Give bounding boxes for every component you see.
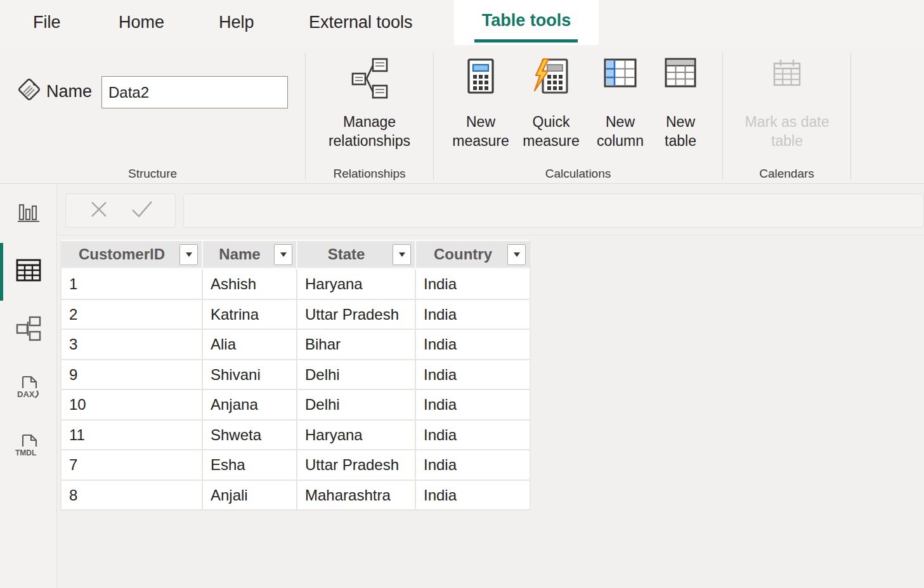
column-header-state[interactable]: State — [297, 241, 416, 268]
column-header-name[interactable]: Name — [203, 241, 297, 268]
cancel-button[interactable] — [88, 201, 110, 220]
table-cell[interactable]: India — [416, 330, 530, 359]
table-name-input[interactable] — [101, 76, 288, 108]
table-cell[interactable]: Haryana — [297, 421, 416, 450]
new-column-button[interactable]: New column — [587, 54, 653, 165]
table-name-label: Name — [46, 82, 92, 101]
new-measure-button[interactable]: New measure — [446, 54, 515, 165]
data-view-content: CustomerID Name State — [58, 185, 924, 588]
new-measure-icon — [446, 58, 515, 103]
group-label-relationships: Relationships — [306, 167, 433, 181]
table-row[interactable]: 10AnjanaDelhiIndia — [62, 390, 530, 421]
sidebar-item-model-view[interactable] — [0, 310, 57, 350]
table-row[interactable]: 1AshishHaryanaIndia — [62, 270, 530, 300]
table-cell[interactable]: 1 — [62, 270, 203, 299]
filter-dropdown-button[interactable] — [393, 244, 411, 265]
filter-dropdown-button[interactable] — [179, 244, 198, 265]
ribbon-group-structure: Name Structure — [0, 48, 305, 183]
table-row[interactable]: 2KatrinaUttar PradeshIndia — [62, 300, 530, 330]
ribbon: Name Structure — [0, 48, 924, 184]
new-table-label: New table — [652, 112, 709, 150]
table-cell[interactable]: Katrina — [203, 300, 297, 329]
data-table: CustomerID Name State — [60, 240, 531, 511]
sidebar-item-tmdl-view[interactable]: TMDL — [0, 427, 57, 467]
table-cell[interactable]: Ashish — [203, 270, 297, 299]
filter-dropdown-button[interactable] — [507, 244, 526, 265]
table-cell[interactable]: Shivani — [203, 360, 297, 389]
menu-item-external-tools[interactable]: External tools — [309, 0, 413, 45]
chevron-down-icon — [399, 252, 405, 257]
table-row[interactable]: 8AnjaliMaharashtraIndia — [62, 481, 530, 511]
filter-dropdown-button[interactable] — [274, 244, 292, 265]
menu-item-home[interactable]: Home — [119, 0, 164, 45]
chevron-down-icon — [280, 252, 287, 257]
table-cell[interactable]: India — [416, 270, 530, 299]
table-cell[interactable]: India — [416, 300, 530, 329]
table-cell[interactable]: 7 — [62, 450, 203, 480]
table-cell[interactable]: India — [416, 421, 530, 450]
group-label-structure: Structure — [0, 167, 305, 181]
mark-as-date-table-label: Mark as date table — [732, 112, 842, 150]
commit-button[interactable] — [131, 201, 153, 220]
column-header-label: Country — [416, 245, 507, 263]
mark-as-date-table-icon — [732, 58, 842, 103]
workspace: DAX TMDL — [0, 185, 924, 588]
table-cell[interactable]: 3 — [62, 330, 203, 359]
mark-as-date-table-button: Mark as date table — [732, 54, 842, 165]
formula-input[interactable] — [183, 193, 924, 228]
tmdl-file-icon: TMDL — [14, 433, 43, 462]
table-cell[interactable]: India — [416, 481, 530, 510]
table-cell[interactable]: 8 — [62, 481, 203, 510]
table-cell[interactable]: Anjana — [203, 390, 297, 419]
group-label-calendars: Calendars — [723, 167, 850, 181]
menu-item-file[interactable]: File — [33, 0, 61, 45]
table-cell[interactable]: 2 — [62, 300, 203, 329]
sidebar-item-dax-query-view[interactable]: DAX — [0, 369, 57, 409]
svg-text:TMDL: TMDL — [15, 448, 36, 457]
table-cell[interactable]: Esha — [203, 450, 297, 480]
table-cell[interactable]: Maharashtra — [297, 481, 416, 510]
table-cell[interactable]: Haryana — [297, 270, 416, 299]
column-header-country[interactable]: Country — [416, 241, 530, 268]
svg-text:DAX: DAX — [17, 389, 35, 399]
table-row[interactable]: 9ShivaniDelhiIndia — [62, 360, 530, 391]
menu-item-help[interactable]: Help — [219, 0, 254, 45]
table-cell[interactable]: Alia — [203, 330, 297, 359]
table-cell[interactable]: Delhi — [297, 360, 416, 389]
table-cell[interactable]: India — [416, 450, 530, 480]
table-cell[interactable]: Anjali — [203, 481, 297, 510]
sidebar-item-report-view[interactable] — [0, 193, 57, 234]
manage-relationships-icon — [306, 58, 433, 103]
quick-measure-button[interactable]: Quick measure — [516, 54, 587, 165]
new-table-button[interactable]: New table — [652, 54, 709, 165]
chevron-down-icon — [514, 252, 520, 257]
tag-icon — [16, 77, 42, 105]
x-icon — [90, 200, 108, 221]
table-cell[interactable]: Shweta — [203, 421, 297, 450]
ribbon-group-calendars: Mark as date table Calendars — [723, 48, 850, 183]
sidebar-item-table-view[interactable] — [0, 251, 57, 292]
column-header-label: Name — [203, 245, 274, 263]
table-row[interactable]: 7EshaUttar PradeshIndia — [62, 450, 530, 481]
column-header-label: State — [297, 245, 393, 263]
chevron-down-icon — [186, 252, 192, 257]
column-header-customerid[interactable]: CustomerID — [62, 241, 203, 268]
new-table-icon — [652, 58, 709, 103]
table-cell[interactable]: India — [416, 390, 530, 419]
table-row[interactable]: 3AliaBiharIndia — [62, 330, 530, 360]
manage-relationships-button[interactable]: Manage relationships — [306, 54, 433, 165]
table-cell[interactable]: Uttar Pradesh — [297, 450, 416, 480]
table-cell[interactable]: 10 — [62, 390, 203, 419]
ribbon-divider — [850, 53, 851, 180]
formula-bar-separator — [58, 235, 924, 235]
new-measure-label: New measure — [446, 112, 515, 150]
table-cell[interactable]: Uttar Pradesh — [297, 300, 416, 329]
bar-chart-icon — [17, 201, 40, 226]
tab-table-tools[interactable]: Table tools — [454, 0, 599, 45]
table-row[interactable]: 11ShwetaHaryanaIndia — [62, 421, 530, 451]
table-cell[interactable]: Delhi — [297, 390, 416, 419]
table-cell[interactable]: 11 — [62, 421, 203, 450]
table-cell[interactable]: Bihar — [297, 330, 416, 359]
table-cell[interactable]: 9 — [62, 360, 203, 389]
table-cell[interactable]: India — [416, 360, 530, 389]
